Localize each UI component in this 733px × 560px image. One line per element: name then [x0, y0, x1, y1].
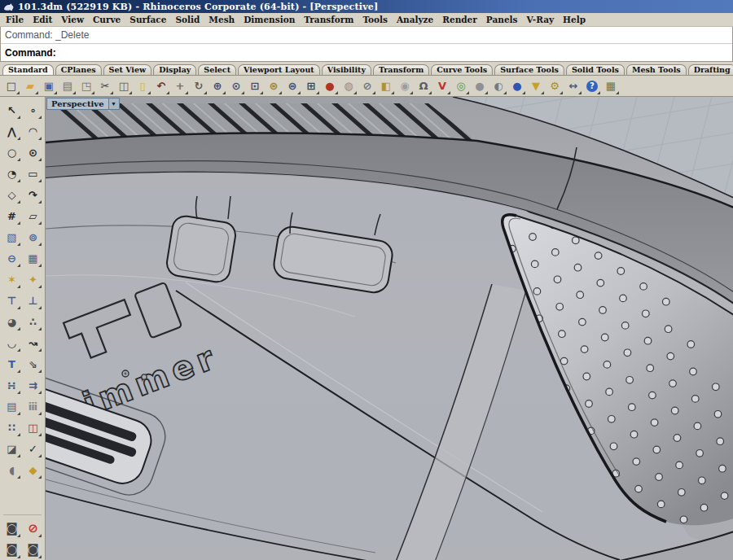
- paste-button[interactable]: ▯: [134, 77, 151, 95]
- solid-box-tool[interactable]: ▧: [2, 226, 23, 247]
- menu-surface[interactable]: Surface: [129, 15, 166, 24]
- export-selected-button[interactable]: ◳: [77, 77, 95, 95]
- eraser-tool[interactable]: ◖: [2, 459, 23, 480]
- tab-curve-tools[interactable]: Curve Tools: [431, 64, 493, 75]
- circle-tool[interactable]: ○: [2, 142, 23, 163]
- menu-mesh[interactable]: Mesh: [208, 15, 235, 24]
- cut-button[interactable]: ✂: [96, 77, 114, 95]
- tab-set-view[interactable]: Set View: [103, 64, 152, 75]
- menu-tools[interactable]: Tools: [362, 15, 388, 24]
- tab-surface-tools[interactable]: Surface Tools: [494, 64, 564, 75]
- zoom-dynamic-button[interactable]: ⊙: [227, 77, 245, 95]
- tab-visibility[interactable]: Visibility: [322, 64, 371, 75]
- viewport-canvas[interactable]: rimmer: [46, 97, 733, 560]
- select-pointer-tool[interactable]: ↖: [2, 99, 23, 120]
- zoom-window-button[interactable]: ⊡: [246, 77, 264, 95]
- menu-curve[interactable]: Curve: [93, 15, 121, 24]
- boolean-union-tool[interactable]: ◕: [2, 311, 23, 332]
- check-objects-tool[interactable]: ✓: [23, 438, 44, 459]
- block-manager-tool[interactable]: ∺: [2, 374, 23, 396]
- menu-panels[interactable]: Panels: [486, 15, 518, 24]
- surface-from-points-tool[interactable]: ▱: [23, 205, 44, 226]
- cage-edit-tool[interactable]: #: [2, 205, 23, 226]
- menu-analyze[interactable]: Analyze: [397, 15, 433, 24]
- arc-tool[interactable]: ◔: [2, 163, 23, 184]
- environment-sphere-button[interactable]: ●: [508, 77, 526, 95]
- environment-image-button[interactable]: ▦: [602, 77, 620, 95]
- rotate-view-button[interactable]: ↻: [190, 77, 208, 95]
- tab-mesh-tools[interactable]: Mesh Tools: [626, 64, 687, 75]
- named-cplanes-button[interactable]: ◧: [377, 77, 395, 95]
- hatch-tool[interactable]: ⅲ: [23, 396, 44, 417]
- blend-curve-tool[interactable]: ↝: [23, 332, 44, 353]
- menu-edit[interactable]: Edit: [33, 15, 52, 24]
- viewport-title-tab[interactable]: Perspective ▼: [46, 98, 120, 110]
- fillet-curve-tool[interactable]: ◡: [2, 332, 23, 353]
- menu-help[interactable]: Help: [563, 15, 586, 24]
- mesh-tool[interactable]: ▦: [23, 247, 44, 269]
- menu-render[interactable]: Render: [442, 15, 477, 24]
- boolean-difference-tool[interactable]: ∴: [23, 311, 44, 332]
- annotate-pen-tool[interactable]: ◆: [23, 459, 44, 480]
- viewport-perspective[interactable]: rimmer: [46, 97, 733, 560]
- move-uvn-tool[interactable]: ⇘: [23, 353, 44, 374]
- tab-cplanes[interactable]: CPlanes: [55, 64, 102, 75]
- solid-sphere-tool[interactable]: ⊚: [23, 226, 44, 247]
- solid-torus-tool[interactable]: ⊖: [2, 247, 23, 269]
- zoom-in-button[interactable]: ⊕: [208, 77, 226, 95]
- tab-standard[interactable]: Standard: [2, 64, 54, 75]
- open-file-button[interactable]: ▰: [21, 77, 39, 95]
- vray-asset-editor-button[interactable]: ◙: [23, 539, 44, 560]
- dimension-tool-button[interactable]: ↔: [564, 77, 582, 95]
- split-tool[interactable]: ⊥: [23, 290, 44, 311]
- tab-display[interactable]: Display: [153, 64, 196, 75]
- vray-render-disabled-button[interactable]: ⊘: [23, 518, 44, 539]
- ellipse-tool[interactable]: ⊙: [23, 142, 44, 163]
- menu-transform[interactable]: Transform: [304, 15, 353, 24]
- menu-dimension[interactable]: Dimension: [244, 15, 295, 24]
- text-object-tool[interactable]: T: [2, 353, 23, 374]
- fillet-edge-tool[interactable]: ✦: [23, 269, 44, 290]
- trim-tool[interactable]: ⊤: [2, 290, 23, 311]
- copy-button[interactable]: ◫: [115, 77, 133, 95]
- tab-drafting[interactable]: Drafting: [688, 64, 733, 75]
- curve-through-points-tool[interactable]: ↷: [23, 184, 44, 205]
- offset-tool[interactable]: ◪: [2, 438, 23, 459]
- rectangle-tool[interactable]: ▭: [23, 163, 44, 184]
- menu-solid[interactable]: Solid: [175, 15, 200, 24]
- vray-options-button[interactable]: V: [433, 77, 451, 95]
- undo-button[interactable]: ↶: [152, 77, 170, 95]
- zoom-extents-button[interactable]: ⊜: [283, 77, 301, 95]
- new-document-button[interactable]: □: [2, 77, 20, 95]
- polygon-tool[interactable]: ◇: [2, 184, 23, 205]
- tab-select[interactable]: Select: [198, 64, 236, 75]
- lights-button[interactable]: ◉: [396, 77, 414, 95]
- tab-solid-tools[interactable]: Solid Tools: [566, 64, 625, 75]
- menu-vray[interactable]: V-Ray: [526, 15, 554, 24]
- menu-view[interactable]: View: [61, 15, 84, 24]
- viewport-dropdown-icon[interactable]: ▼: [108, 98, 119, 109]
- single-point-tool[interactable]: ∘: [23, 99, 44, 120]
- render-button[interactable]: ●: [321, 77, 339, 95]
- color-wheel-button[interactable]: ◎: [452, 77, 470, 95]
- help-button[interactable]: ?: [583, 77, 601, 95]
- render-preview-button[interactable]: ◍: [340, 77, 358, 95]
- material-sphere-button[interactable]: ◐: [489, 77, 507, 95]
- polyline-tool[interactable]: ⋀: [2, 120, 23, 142]
- align-tool[interactable]: ⇉: [23, 374, 44, 396]
- lock-objects-button[interactable]: Ω: [415, 77, 432, 95]
- render-settings-sphere-button[interactable]: ●: [471, 77, 489, 95]
- viewport-layout-button[interactable]: ⊞: [302, 77, 320, 95]
- vray-material-editor-button[interactable]: ◙: [2, 539, 23, 560]
- selection-filter-button[interactable]: ▼: [527, 77, 545, 95]
- tab-viewport-layout[interactable]: Viewport Layout: [238, 64, 320, 75]
- menu-file[interactable]: File: [6, 15, 24, 24]
- command-input[interactable]: Command:: [1, 44, 732, 62]
- set-cplane-button[interactable]: ⊘: [358, 77, 376, 95]
- vray-render-button[interactable]: ◙: [2, 518, 23, 539]
- tab-transform[interactable]: Transform: [373, 64, 429, 75]
- array-tool[interactable]: ∷: [2, 417, 23, 438]
- save-file-button[interactable]: ▣: [40, 77, 58, 95]
- control-point-curve-tool[interactable]: ◠: [23, 120, 44, 142]
- zoom-selected-button[interactable]: ⊛: [265, 77, 283, 95]
